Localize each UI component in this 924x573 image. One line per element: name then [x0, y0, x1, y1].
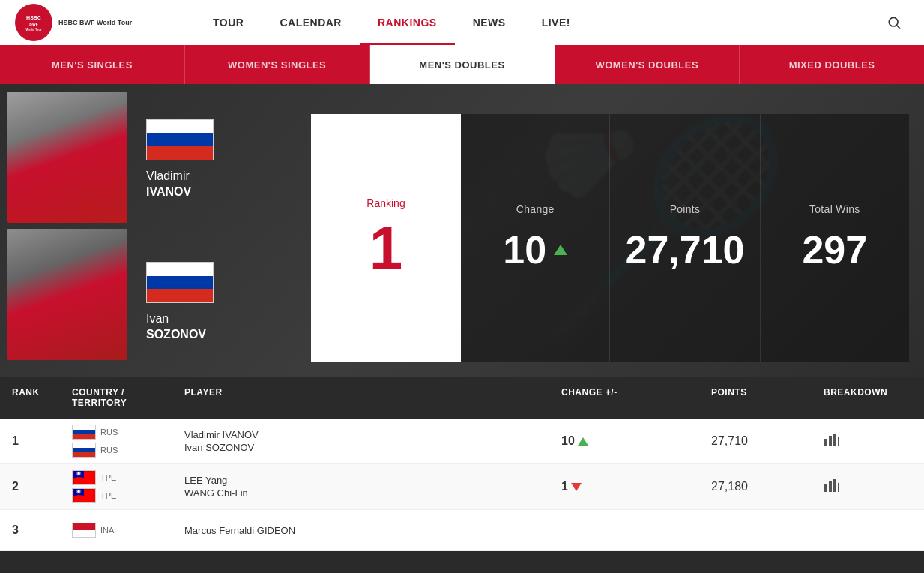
- rank-cell: 3: [0, 518, 60, 543]
- svg-rect-11: [829, 482, 832, 492]
- player2-firstname: Ivan: [146, 310, 266, 327]
- change-stat: Change 10: [461, 114, 610, 362]
- points-cell: [699, 524, 812, 536]
- col-points: POINTS: [699, 387, 812, 408]
- player1-firstname: Vladimir: [146, 168, 266, 184]
- player-name-1: LEE Yang: [184, 475, 537, 486]
- tab-mixed-doubles[interactable]: MIXED DOUBLES: [740, 45, 924, 84]
- russia-flag-2: [146, 262, 214, 303]
- points-cell: 27,710: [699, 428, 812, 454]
- country-cell: 🇹🇼 TPE 🇹🇼 TPE: [60, 464, 172, 509]
- rank-cell: 1: [0, 428, 60, 454]
- wins-label: Total Wins: [809, 203, 860, 215]
- player-name-2: WANG Chi-Lin: [184, 488, 537, 499]
- bar-chart-icon: [824, 433, 840, 446]
- player-photos: [0, 84, 146, 376]
- player-name-1: Vladimir IVANOV: [184, 429, 537, 440]
- col-player: PLAYER: [172, 387, 549, 408]
- category-tabs: MEN'S SINGLES WOMEN'S SINGLES MEN'S DOUB…: [0, 45, 924, 84]
- change-arrow-up: [554, 244, 567, 255]
- logo-area: HSBC BWF World Tour HSBC BWF World Tour: [15, 4, 195, 41]
- change-cell: 1: [549, 474, 699, 500]
- change-cell: 10: [549, 428, 699, 454]
- svg-point-4: [889, 17, 898, 26]
- profile-area: 🏸 Vladimir IVANOV Ivan SOZONOV Rankin: [0, 84, 924, 376]
- country-row-2: 🇹🇼 TPE: [72, 488, 160, 503]
- player-name-1: Marcus Fernaldi GIDEON: [184, 525, 537, 536]
- svg-rect-6: [824, 439, 827, 446]
- russia-flag: [146, 119, 214, 160]
- change-up-arrow: [578, 437, 588, 446]
- search-icon: [887, 15, 902, 30]
- nav-item-live[interactable]: LIVE!: [524, 0, 588, 45]
- country-row-1: INA: [72, 523, 160, 538]
- change-down-arrow: [571, 483, 582, 491]
- tab-womens-doubles[interactable]: WOMEN'S DOUBLES: [555, 45, 740, 84]
- points-stat: Points 27,710: [610, 114, 760, 362]
- tab-womens-singles[interactable]: WOMEN'S SINGLES: [185, 45, 370, 84]
- rank-cell: 2: [0, 474, 60, 500]
- wins-value: 297: [802, 227, 867, 272]
- change-label: Change: [516, 203, 555, 215]
- flag-tpe-2: 🇹🇼: [72, 488, 96, 503]
- main-nav: TOUR CALENDAR RANKINGS NEWS LIVE!: [195, 0, 879, 45]
- player2-flag: [146, 262, 266, 306]
- svg-rect-10: [824, 484, 827, 492]
- stats-box: Change 10 Points 27,710 Total Wins 297: [461, 114, 909, 362]
- player-cell: LEE Yang WANG Chi-Lin: [172, 469, 549, 505]
- player2-info: Ivan SOZONOV: [146, 262, 266, 340]
- breakdown-icon[interactable]: [824, 434, 840, 449]
- col-change: CHANGE +/-: [549, 387, 699, 408]
- player1-flag: [146, 119, 266, 164]
- breakdown-cell[interactable]: [812, 427, 924, 456]
- country-row-1: RUS: [72, 424, 160, 440]
- nav-item-tour[interactable]: TOUR: [195, 0, 262, 45]
- svg-text:BWF: BWF: [29, 22, 37, 26]
- nav-item-rankings[interactable]: RANKINGS: [360, 0, 455, 45]
- svg-rect-7: [829, 436, 832, 446]
- nav-item-news[interactable]: NEWS: [455, 0, 524, 45]
- table-row: 2 🇹🇼 TPE 🇹🇼 TPE LEE Yang WANG Chi-Lin: [0, 464, 924, 510]
- breakdown-icon[interactable]: [824, 480, 840, 495]
- svg-line-5: [897, 26, 901, 29]
- tab-mens-doubles[interactable]: MEN'S DOUBLES: [370, 45, 555, 84]
- col-rank: RANK: [0, 387, 60, 408]
- country-row-2: RUS: [72, 442, 160, 458]
- svg-rect-8: [833, 434, 836, 446]
- svg-rect-9: [838, 437, 839, 446]
- flag-tpe-1: 🇹🇼: [72, 470, 96, 485]
- player1-photo: [7, 92, 127, 223]
- flag-rus-1: [72, 424, 96, 440]
- col-country: COUNTRY /TERRITORY: [60, 387, 172, 408]
- ranking-label: Ranking: [366, 197, 405, 209]
- country-cell: RUS RUS: [60, 418, 172, 464]
- player-cell: Vladimir IVANOV Ivan SOZONOV: [172, 423, 549, 459]
- ranking-number: 1: [369, 218, 403, 278]
- nav-item-calendar[interactable]: CALENDAR: [262, 0, 360, 45]
- player2-photo: [7, 229, 127, 360]
- player1-lastname: IVANOV: [146, 185, 266, 199]
- player-name-2: Ivan SOZONOV: [184, 442, 537, 453]
- points-label: Points: [670, 203, 701, 215]
- table-header: RANK COUNTRY /TERRITORY PLAYER CHANGE +/…: [0, 376, 924, 418]
- svg-rect-13: [838, 483, 839, 492]
- svg-text:HSBC: HSBC: [26, 15, 41, 20]
- flag-rus-2: [72, 442, 96, 458]
- breakdown-cell: [812, 524, 924, 536]
- tab-mens-singles[interactable]: MEN'S SINGLES: [0, 45, 185, 84]
- player2-lastname: SOZONOV: [146, 328, 266, 341]
- rankings-table: RANK COUNTRY /TERRITORY PLAYER CHANGE +/…: [0, 376, 924, 551]
- points-cell: 27,180: [699, 474, 812, 500]
- breakdown-cell[interactable]: [812, 472, 924, 502]
- player-cell: Marcus Fernaldi GIDEON: [172, 519, 549, 542]
- svg-text:World Tour: World Tour: [26, 28, 42, 32]
- bwf-logo: HSBC BWF World Tour: [15, 4, 52, 41]
- logo-text: HSBC BWF World Tour: [58, 18, 132, 28]
- points-value: 27,710: [625, 227, 744, 272]
- search-button[interactable]: [879, 15, 909, 30]
- col-breakdown: BREAKDOWN: [812, 387, 924, 408]
- bar-chart-icon: [824, 478, 840, 492]
- table-row: 3 INA Marcus Fernaldi GIDEON: [0, 510, 924, 551]
- change-cell: [549, 524, 699, 536]
- table-row: 1 RUS RUS Vladimir IVANOV Ivan SOZONOV: [0, 418, 924, 464]
